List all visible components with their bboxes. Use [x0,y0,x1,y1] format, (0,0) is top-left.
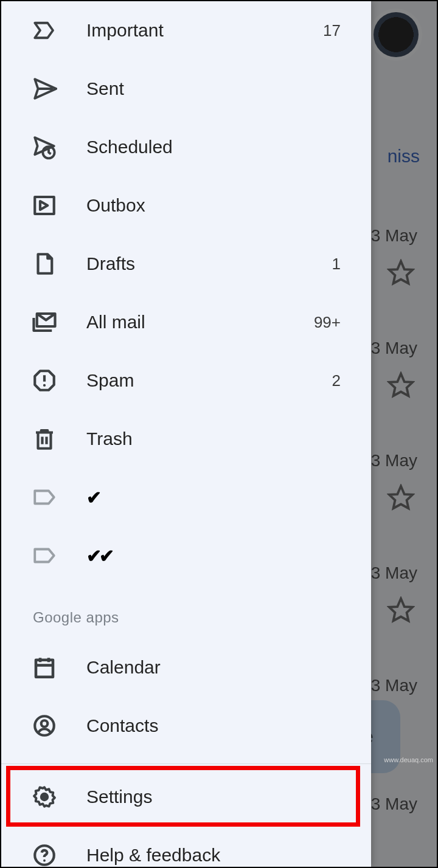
sidebar-item-trash[interactable]: Trash [1,410,371,468]
divider [1,763,371,764]
label-icon [32,484,57,510]
sidebar-item-outbox[interactable]: Outbox [1,176,371,235]
spam-icon [32,368,57,393]
section-header-google-apps: Google apps [1,585,371,638]
sidebar-item-count: 2 [332,371,353,390]
sidebar-item-label-doublecheck[interactable]: ✔✔ [1,526,371,585]
sidebar-item-label: ✔✔ [86,545,353,567]
outbox-icon [32,193,57,218]
sidebar-item-drafts[interactable]: Drafts 1 [1,235,371,293]
sidebar-item-calendar[interactable]: Calendar [1,638,371,697]
sidebar-item-important[interactable]: Important 17 [1,1,371,60]
sidebar-item-count: 99+ [314,313,353,332]
sidebar-item-label: Help & feedback [86,845,353,866]
calendar-icon [32,655,57,680]
watermark: www.deuaq.com [384,756,433,763]
sidebar-item-scheduled[interactable]: Scheduled [1,118,371,176]
svg-point-15 [43,859,46,862]
svg-point-9 [43,384,46,387]
sidebar-item-label: Scheduled [86,137,341,157]
sidebar-item-count: 17 [323,21,353,40]
trash-icon [32,426,57,452]
help-icon [32,842,57,867]
sidebar-item-label-check[interactable]: ✔ [1,468,371,526]
drafts-icon [32,251,57,277]
svg-rect-5 [35,197,54,214]
sidebar-item-help[interactable]: Help & feedback [1,826,371,867]
sidebar-item-label: Outbox [86,195,341,216]
sidebar-item-count: 1 [332,255,353,274]
important-icon [32,18,57,43]
sidebar-item-label: All mail [86,312,314,332]
gear-icon [32,784,57,810]
sent-icon [32,76,57,102]
sidebar-item-settings[interactable]: Settings [1,768,371,826]
sidebar-item-label: Contacts [86,715,353,736]
sidebar-item-label: Settings [86,787,353,807]
svg-point-13 [41,794,48,801]
sidebar-item-label: Spam [86,370,332,391]
all-mail-icon [32,309,57,335]
sidebar-item-label: ✔ [86,487,353,508]
sidebar-item-label: Trash [86,429,341,449]
svg-point-12 [41,720,48,727]
sidebar-item-label: Drafts [86,253,332,274]
sidebar-item-sent[interactable]: Sent [1,60,371,118]
svg-rect-10 [36,660,53,677]
sidebar-item-label: Important [86,20,323,41]
label-icon [32,543,57,568]
contacts-icon [32,713,57,739]
navigation-drawer: Important 17 Sent Scheduled Outbox Draft… [1,1,371,867]
sidebar-item-spam[interactable]: Spam 2 [1,351,371,410]
scheduled-icon [32,134,57,160]
sidebar-item-label: Sent [86,78,341,99]
sidebar-item-label: Calendar [86,657,353,678]
sidebar-item-contacts[interactable]: Contacts [1,697,371,755]
sidebar-item-all-mail[interactable]: All mail 99+ [1,293,371,351]
